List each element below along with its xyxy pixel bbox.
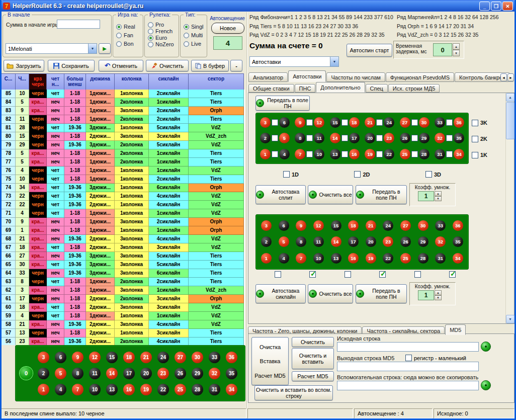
load-button[interactable]: Загрузить bbox=[4, 60, 44, 71]
roulette-number-5[interactable]: 5 bbox=[55, 368, 66, 379]
roulette-number-17[interactable]: 17 bbox=[123, 368, 135, 379]
sixline-coef-spinner[interactable]: 1 ▲▼ bbox=[418, 290, 454, 300]
roulette-number-19[interactable]: 19 bbox=[365, 149, 375, 159]
split-checkbox-7-10[interactable] bbox=[306, 151, 313, 157]
roulette-number-1[interactable]: 1 bbox=[260, 149, 271, 159]
history-row-75[interactable]: 7510чернчет1-181дюжи...1колонка2сиклайнT… bbox=[2, 175, 245, 184]
roulette-number-35[interactable]: 35 bbox=[453, 236, 463, 247]
roulette-number-29[interactable]: 29 bbox=[192, 368, 203, 379]
roulette-number-25[interactable]: 25 bbox=[175, 384, 186, 395]
roulette-number-31[interactable]: 31 bbox=[435, 149, 445, 159]
md5-clear-paste-aux-button[interactable]: Очистить и вставить во вспом. строку bbox=[254, 385, 333, 400]
roulette-number-4[interactable]: 4 bbox=[279, 149, 290, 159]
sixline-check-6[interactable] bbox=[449, 271, 456, 278]
history-col-header-4[interactable]: четн... bbox=[47, 73, 64, 90]
roulette-number-2[interactable]: 2 bbox=[260, 133, 271, 143]
history-col-header-9[interactable]: сектор bbox=[189, 73, 244, 90]
save-button[interactable]: Сохранить bbox=[48, 60, 95, 71]
roulette-number-32[interactable]: 32 bbox=[209, 368, 220, 379]
roulette-number-4[interactable]: 4 bbox=[55, 384, 66, 395]
tab-scroll-right-icon[interactable]: ► bbox=[507, 73, 514, 81]
history-row-71[interactable]: 714чернчет1-181дюжи...1колонка1сиклайнVd… bbox=[2, 209, 245, 218]
split-checkbox-9-12[interactable] bbox=[306, 119, 313, 126]
checkbox-box[interactable] bbox=[425, 171, 432, 178]
roulette-number-23[interactable]: 23 bbox=[384, 133, 394, 143]
history-row-78[interactable]: 785кра...неч1-181дюжи...2колонка1сиклайн… bbox=[2, 149, 245, 158]
roulette-number-29[interactable]: 29 bbox=[418, 236, 428, 247]
checkbox-box[interactable] bbox=[472, 152, 478, 158]
main-tab-4[interactable]: Функционал PsevdoMS bbox=[386, 72, 454, 82]
split-checkbox-19-22[interactable] bbox=[376, 151, 383, 157]
roulette-number-16[interactable]: 16 bbox=[123, 384, 135, 395]
history-row-56[interactable]: 5623кра...неч19-362дюжи...2колонка4сикла… bbox=[2, 338, 245, 345]
history-row-83[interactable]: 839кра...неч1-181дюжи...3колонка2сиклайн… bbox=[2, 107, 245, 115]
history-row-63[interactable]: 638чернчет1-181дюжи...2колонка2сиклайнTi… bbox=[2, 278, 245, 286]
split-checkbox-3-6[interactable] bbox=[272, 119, 278, 126]
roulette-number-33[interactable]: 33 bbox=[209, 352, 220, 363]
checkbox-box[interactable] bbox=[283, 171, 290, 178]
history-row-73[interactable]: 7322чернчет19-362дюжи...1колонка4сиклайн… bbox=[2, 192, 245, 201]
roulette-number-4[interactable]: 4 bbox=[279, 253, 289, 264]
roulette-number-12[interactable]: 12 bbox=[89, 352, 101, 363]
history-col-header-1[interactable]: С... bbox=[2, 73, 16, 90]
roulette-number-24[interactable]: 24 bbox=[157, 352, 169, 363]
roulette-number-25[interactable]: 25 bbox=[400, 253, 411, 264]
history-col-header-2[interactable]: Ч... bbox=[16, 73, 29, 90]
roulette-number-28[interactable]: 28 bbox=[419, 149, 429, 159]
sub-tab-4[interactable]: Спец bbox=[366, 84, 388, 93]
roulette-number-6[interactable]: 6 bbox=[279, 117, 290, 128]
maximize-button[interactable]: ❐ bbox=[491, 2, 501, 11]
roulette-number-16[interactable]: 16 bbox=[348, 253, 359, 264]
roulette-number-19[interactable]: 19 bbox=[366, 253, 376, 264]
roulette-number-27[interactable]: 27 bbox=[400, 117, 410, 128]
history-row-66[interactable]: 6627кра...неч19-363дюжи...3колонка5сикла… bbox=[2, 252, 245, 261]
history-row-69[interactable]: 691кра...неч1-181дюжи...1колонка1сиклайн… bbox=[2, 226, 245, 235]
roulette-number-0[interactable]: 0 bbox=[20, 367, 33, 380]
history-row-60[interactable]: 6018кра...чет1-182дюжи...3колонка3сиклай… bbox=[2, 303, 245, 312]
start-sum-input[interactable] bbox=[57, 20, 100, 29]
roulette-number-10[interactable]: 10 bbox=[314, 149, 324, 159]
roulette-number-16[interactable]: 16 bbox=[349, 149, 360, 159]
history-row-72[interactable]: 7222чернчет19-362дюжи...1колонка4сиклайн… bbox=[2, 201, 245, 209]
tab-scroll-left-icon[interactable]: ◄ bbox=[500, 73, 507, 81]
md5-aux-disc-button[interactable] bbox=[481, 380, 491, 390]
sixline-check-1[interactable] bbox=[275, 271, 281, 278]
roulette-number-20[interactable]: 20 bbox=[140, 368, 152, 379]
md5-source-disc-button[interactable] bbox=[481, 342, 491, 352]
history-row-67[interactable]: 6718кра...чет1-182дюжи...3колонка3сиклай… bbox=[2, 243, 245, 252]
radio-option-fan[interactable]: Fan bbox=[116, 32, 142, 38]
sixline-check-2[interactable] bbox=[309, 271, 316, 278]
radio-option-live[interactable]: Live bbox=[184, 41, 206, 47]
spinner-up-icon[interactable]: ▲ bbox=[453, 43, 460, 50]
roulette-number-19[interactable]: 19 bbox=[140, 384, 152, 395]
preset-play-button[interactable]: ▶ bbox=[99, 43, 111, 54]
roulette-number-22[interactable]: 22 bbox=[383, 253, 393, 264]
history-row-74[interactable]: 7434кра...чет19-363дюжи...1колонка6сикла… bbox=[2, 184, 245, 192]
radio-option-bon[interactable]: Bon bbox=[116, 41, 142, 47]
vertical-scrollbar[interactable]: ▲ ▼ bbox=[505, 93, 514, 323]
md5-aux-input[interactable] bbox=[337, 381, 479, 390]
sub-tab-5[interactable]: Исх. строки МД5 bbox=[388, 84, 440, 93]
undo-button[interactable]: ↶ Отменить bbox=[99, 60, 143, 71]
history-row-85[interactable]: 8510чернчет1-181дюжи...1колонка2сиклайнT… bbox=[2, 90, 245, 98]
history-col-header-6[interactable]: дюжина bbox=[86, 73, 115, 90]
roulette-number-34[interactable]: 34 bbox=[453, 253, 463, 264]
roulette-number-3[interactable]: 3 bbox=[261, 220, 272, 231]
roulette-number-25[interactable]: 25 bbox=[400, 149, 410, 159]
transfer-split-button[interactable]: Передать в поле ПН bbox=[356, 185, 407, 204]
check-2k[interactable]: 2K bbox=[472, 136, 487, 142]
checkbox-box[interactable] bbox=[354, 171, 361, 178]
roulette-number-21[interactable]: 21 bbox=[140, 352, 152, 363]
radio-option-multi[interactable]: Multi bbox=[184, 32, 206, 38]
roulette-number-6[interactable]: 6 bbox=[279, 220, 289, 231]
sixline-check-3[interactable] bbox=[345, 271, 351, 278]
md5-clear-button[interactable]: Очистить bbox=[292, 337, 334, 347]
roulette-number-18[interactable]: 18 bbox=[348, 220, 359, 231]
roulette-number-6[interactable]: 6 bbox=[55, 352, 66, 363]
autospin-start-button[interactable]: Автоспин старт bbox=[347, 44, 392, 57]
split-checkbox-13-16[interactable] bbox=[341, 151, 348, 157]
history-row-57[interactable]: 5713черннеч1-182дюжи...1колонка3сиклайнT… bbox=[2, 329, 245, 338]
transfer-top-button[interactable]: Передать в поле ПН bbox=[255, 96, 310, 111]
roulette-number-15[interactable]: 15 bbox=[331, 220, 341, 231]
roulette-number-22[interactable]: 22 bbox=[157, 384, 169, 395]
